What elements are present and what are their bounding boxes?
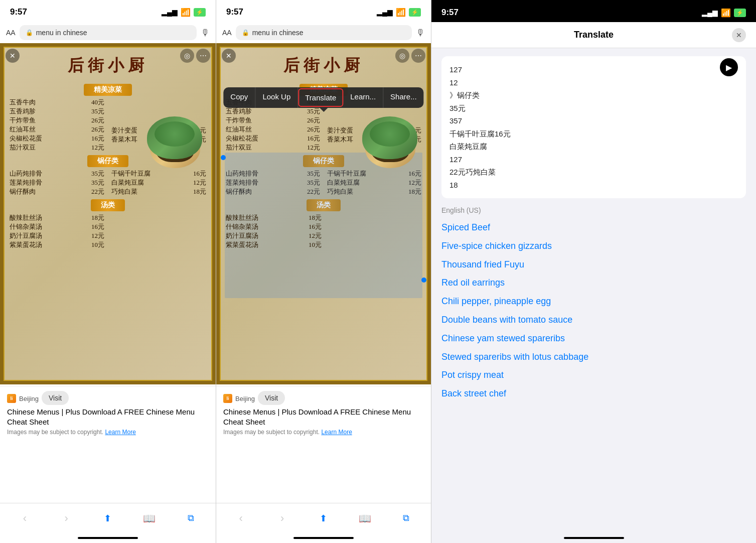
raw-line-2: 12: [449, 76, 511, 89]
mic-icon[interactable]: 🎙: [201, 28, 210, 38]
middle-status-icons: ▂▄▆ 📶 ⚡: [377, 8, 421, 17]
mid-close-btn[interactable]: ✕: [222, 49, 236, 63]
lock-icon: 🔒: [26, 29, 33, 36]
translated-item-5[interactable]: Double beans with tomato sauce: [441, 311, 746, 329]
middle-status-bar: 9:57 ▂▄▆ 📶 ⚡: [216, 0, 431, 22]
result-title[interactable]: Chinese Menus | Plus Download A FREE Chi…: [7, 407, 209, 427]
context-lookup-btn[interactable]: Look Up: [255, 87, 298, 108]
mid-result-title[interactable]: Chinese Menus | Plus Download A FREE Chi…: [223, 407, 424, 427]
raw-line-10: 18: [449, 179, 511, 192]
food-bowl-image: [147, 116, 202, 159]
middle-browser-content: ✕ ◎ ⋯ 后街小厨 精美凉菜 五香牛肉40元 五香鸡胗35元 干炸带鱼26元 …: [216, 43, 431, 503]
mid-food-bowl: [362, 116, 417, 159]
mid-bookmarks-button[interactable]: 📖: [356, 510, 373, 527]
selection-dot-bottom: [421, 278, 426, 283]
raw-text-block: 127 12 》锅仔类 35元 357 千锅千叶豆腐16元 白菜炖豆腐 127 …: [441, 56, 746, 198]
section-header-cold: 精美凉菜: [84, 84, 132, 96]
left-browser-content: ✕ ◎ ⋯ 后街小厨 精美凉菜 五香牛肉40元 五香鸡胗35元 干炸带鱼26元 …: [0, 43, 216, 503]
url-text: menu in chinese: [36, 29, 87, 37]
context-learn-btn[interactable]: Learn...: [343, 87, 383, 108]
share-button[interactable]: ⬆: [99, 510, 116, 527]
mid-url-field[interactable]: 🔒 menu in chinese: [236, 25, 412, 40]
mid-site-icon: li: [223, 394, 232, 403]
translated-item-2[interactable]: Thousand fried Fuyu: [441, 255, 746, 274]
bookmarks-button[interactable]: 📖: [141, 510, 158, 527]
left-status-bar: 9:57 ▂▄▆ 📶 ⚡: [0, 0, 216, 22]
middle-search-result: li Beijing Visit Chinese Menus | Plus Do…: [216, 386, 431, 439]
translate-panel: 9:57 ▂▄▆ 📶 ⚡ Translate ✕ 127 12 》锅仔类 35元…: [431, 0, 756, 543]
middle-phone-panel: 9:57 ▂▄▆ 📶 ⚡ AA 🔒 menu in chinese 🎙 Copy…: [216, 0, 431, 543]
mid-site-name: Beijing: [235, 395, 255, 402]
forward-button[interactable]: ›: [58, 510, 75, 527]
translate-header: Translate ✕: [431, 22, 756, 48]
raw-line-4: 35元: [449, 102, 511, 115]
signal-icon-mid: ▂▄▆: [377, 8, 393, 16]
url-field[interactable]: 🔒 menu in chinese: [20, 25, 197, 40]
translated-item-8[interactable]: Pot crispy meat: [441, 366, 746, 384]
translated-items-list: Spiced Beef Five-spice chicken gizzards …: [441, 218, 746, 403]
context-copy-btn[interactable]: Copy: [223, 87, 255, 108]
section-header-soup: 汤类: [91, 199, 125, 211]
mid-aa-text[interactable]: AA: [222, 29, 232, 37]
mid-copyright-text: Images may be subject to copyright. Lear…: [223, 429, 424, 436]
translate-content: 127 12 》锅仔类 35元 357 千锅千叶豆腐16元 白菜炖豆腐 127 …: [431, 48, 756, 533]
wifi-icon-right: 📶: [721, 8, 731, 18]
tabs-button[interactable]: ⧉: [183, 510, 200, 527]
menu-title: 后街小厨: [68, 55, 148, 77]
mid-section-header-hotpot: 锅仔类: [303, 155, 344, 167]
site-name: Beijing: [19, 395, 39, 402]
back-button[interactable]: ‹: [16, 510, 33, 527]
top-right-control[interactable]: ◎: [180, 49, 194, 63]
raw-line-9: 22元巧炖白菜: [449, 166, 511, 179]
mid-more-control[interactable]: ⋯: [411, 49, 425, 63]
mid-url-text: menu in chinese: [252, 29, 304, 37]
battery-icon: ⚡: [194, 8, 206, 17]
site-icon: li: [7, 394, 16, 403]
left-search-result: li Beijing Visit Chinese Menus | Plus Do…: [0, 386, 216, 439]
right-status-bar: 9:57 ▂▄▆ 📶 ⚡: [431, 0, 756, 22]
mid-learn-more-link[interactable]: Learn More: [321, 429, 352, 436]
middle-status-time: 9:57: [226, 7, 243, 17]
right-status-time: 9:57: [441, 8, 459, 18]
raw-line-3: 》锅仔类: [449, 89, 511, 102]
translated-item-1[interactable]: Five-spice chicken gizzards: [441, 237, 746, 255]
mid-forward-button[interactable]: ›: [274, 510, 291, 527]
aa-text[interactable]: AA: [6, 29, 16, 37]
translated-item-3[interactable]: Red oil earrings: [441, 274, 746, 292]
middle-address-bar: AA 🔒 menu in chinese 🎙: [216, 22, 431, 43]
battery-icon-right: ⚡: [734, 9, 746, 17]
context-translate-btn[interactable]: Translate: [298, 88, 343, 107]
translated-item-7[interactable]: Stewed spareribs with lotus cabbage: [441, 348, 746, 366]
learn-more-link[interactable]: Learn More: [105, 429, 135, 436]
context-share-btn[interactable]: Share...: [383, 87, 424, 108]
left-status-time: 9:57: [10, 7, 27, 17]
mid-mic-icon[interactable]: 🎙: [416, 28, 425, 38]
translate-close-btn[interactable]: ✕: [732, 28, 746, 42]
translated-item-4[interactable]: Chili pepper, pineapple egg: [441, 292, 746, 311]
mid-back-button[interactable]: ‹: [232, 510, 249, 527]
visit-button[interactable]: Visit: [42, 391, 69, 405]
translated-item-9[interactable]: Back street chef: [441, 384, 746, 403]
middle-nav-bar: ‹ › ⬆ 📖 ⧉: [216, 503, 431, 533]
left-menu-image: ✕ ◎ ⋯ 后街小厨 精美凉菜 五香牛肉40元 五香鸡胗35元 干炸带鱼26元 …: [0, 43, 216, 384]
mid-tabs-button[interactable]: ⧉: [398, 510, 415, 527]
mid-share-button[interactable]: ⬆: [315, 510, 332, 527]
left-phone-panel: 9:57 ▂▄▆ 📶 ⚡ AA 🔒 menu in chinese 🎙 ✕ ◎ …: [0, 0, 216, 543]
translate-title: Translate: [574, 30, 614, 40]
mid-lock-icon: 🔒: [242, 29, 249, 36]
more-control[interactable]: ⋯: [196, 49, 210, 63]
translated-item-6[interactable]: Chinese yam stewed spareribs: [441, 329, 746, 348]
raw-line-8: 127: [449, 153, 511, 166]
selection-dot-top: [221, 155, 226, 160]
copyright-text: Images may be subject to copyright. Lear…: [7, 429, 209, 436]
wifi-icon: 📶: [181, 8, 191, 17]
mid-visit-button[interactable]: Visit: [258, 391, 285, 405]
translated-item-0[interactable]: Spiced Beef: [441, 218, 746, 237]
raw-line-6: 千锅千叶豆腐16元: [449, 127, 511, 141]
signal-icon-right: ▂▄▆: [702, 9, 718, 17]
left-close-btn[interactable]: ✕: [6, 49, 20, 63]
signal-icon: ▂▄▆: [162, 8, 178, 16]
mid-top-right-control[interactable]: ◎: [395, 49, 409, 63]
wifi-icon-mid: 📶: [396, 8, 406, 17]
play-button[interactable]: ▶: [720, 58, 738, 76]
